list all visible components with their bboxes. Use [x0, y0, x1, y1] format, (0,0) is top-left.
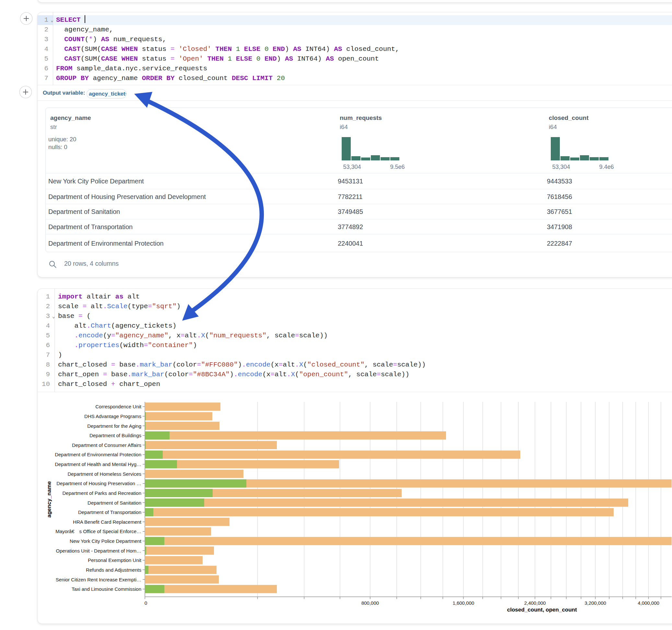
svg-text:Senior Citizen Rent Increase E: Senior Citizen Rent Increase Exempti… — [56, 577, 141, 582]
svg-text:1,600,000: 1,600,000 — [453, 600, 474, 606]
svg-text:Department of Homeless Service: Department of Homeless Services — [67, 471, 141, 477]
svg-text:Department of Health and Menta: Department of Health and Mental Hyg… — [55, 461, 141, 467]
svg-text:Operations Unit - Department o: Operations Unit - Department of Hom… — [56, 548, 141, 554]
svg-text:3,200,000: 3,200,000 — [584, 600, 606, 606]
svg-text:Department of Housing Preserva: Department of Housing Preservation … — [56, 481, 141, 486]
svg-text:Correspondence Unit: Correspondence Unit — [95, 404, 142, 409]
svg-text:Taxi and Limousine Commission: Taxi and Limousine Commission — [72, 586, 141, 592]
svg-text:Department of Buildings: Department of Buildings — [90, 433, 141, 438]
svg-text:New York City Police Departmen: New York City Police Department — [70, 538, 142, 544]
svg-text:800,000: 800,000 — [361, 600, 379, 606]
svg-text:4,000,000: 4,000,000 — [638, 600, 659, 606]
svg-text:HRA Benefit Card Replacement: HRA Benefit Card Replacement — [73, 519, 142, 525]
svg-text:Personal Exemption Unit: Personal Exemption Unit — [88, 557, 142, 563]
svg-text:DHS Advantage Programs: DHS Advantage Programs — [84, 413, 141, 419]
svg-text:closed_count, open_count: closed_count, open_count — [507, 607, 577, 613]
svg-text:Department of Transportation: Department of Transportation — [78, 509, 141, 515]
svg-text:Refunds and Adjustments: Refunds and Adjustments — [86, 567, 141, 573]
svg-text:Department of Environmental Pr: Department of Environmental Protection — [55, 452, 141, 457]
svg-text:agency_name: agency_name — [46, 481, 52, 517]
svg-text:2,400,000: 2,400,000 — [524, 600, 546, 606]
svg-text:Department of Consumer Affairs: Department of Consumer Affairs — [72, 442, 141, 448]
svg-text:Department for the Aging: Department for the Aging — [87, 423, 141, 429]
svg-text:Department of Sanitation: Department of Sanitation — [88, 500, 141, 506]
svg-text:0: 0 — [145, 600, 147, 606]
svg-text:Department of Parks and Recrea: Department of Parks and Recreation — [63, 490, 141, 496]
svg-text:Mayorâ€ s Office of Special En: Mayorâ€ s Office of Special Enforce… — [55, 529, 141, 534]
